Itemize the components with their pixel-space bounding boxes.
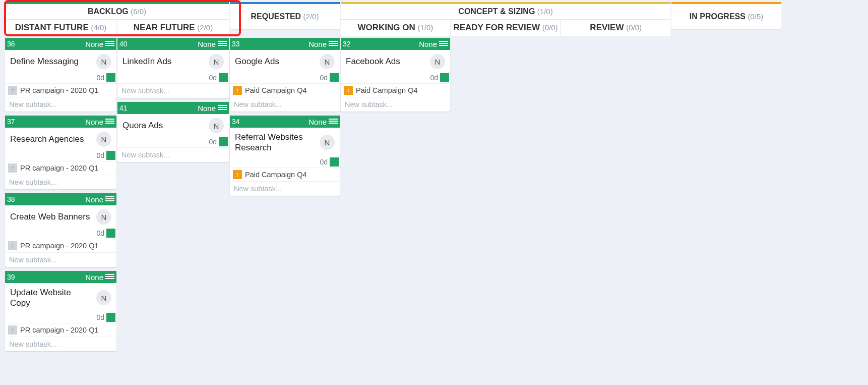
parent-title: PR campaign - 2020 Q1	[20, 326, 99, 334]
new-subtask-input[interactable]: New subtask...	[5, 252, 116, 267]
card-menu-icon[interactable]	[218, 40, 227, 48]
column-requested[interactable]: REQUESTED (2/0)	[230, 2, 340, 36]
kanban-card[interactable]: 38NoneCreate Web BannersN0d↑PR campaign …	[5, 193, 116, 267]
parent-link[interactable]: ↑PR campaign - 2020 Q1	[5, 161, 116, 175]
card-color-chip	[219, 137, 228, 146]
avatar[interactable]: N	[430, 54, 445, 69]
card-duration: 0d	[209, 138, 217, 146]
parent-link[interactable]: ↑Paid Campaign Q4	[230, 83, 340, 97]
card-menu-icon[interactable]	[439, 40, 448, 48]
new-subtask-input[interactable]: New subtask...	[5, 175, 116, 189]
card-title: Facebook Ads	[346, 56, 426, 67]
avatar[interactable]: N	[96, 132, 111, 147]
card-duration: 0d	[96, 151, 104, 159]
card-id: 39	[7, 273, 85, 281]
kanban-card[interactable]: 32NoneFacebook AdsN0d↑Paid Campaign Q4Ne…	[341, 38, 450, 112]
card-id: 41	[119, 104, 198, 112]
card-title: Update Website Copy	[10, 287, 92, 309]
card-menu-icon[interactable]	[105, 195, 114, 203]
card-color-chip	[330, 157, 339, 167]
kanban-card[interactable]: 40NoneLinkedIn AdsN0dNew subtask...	[117, 38, 229, 98]
column-backlog[interactable]: BACKLOG (6/0) DISTANT FUTURE (4/0) NEAR …	[5, 2, 229, 36]
col-title: CONCEPT & SIZING	[458, 7, 535, 16]
new-subtask-input[interactable]: New subtask...	[5, 97, 116, 112]
new-subtask-input[interactable]: New subtask...	[230, 97, 340, 112]
card-duration: 0d	[320, 158, 328, 166]
subcol-review[interactable]: REVIEW (0/0)	[561, 20, 670, 36]
card-title: LinkedIn Ads	[122, 56, 205, 67]
card-title: Research Agencies	[10, 134, 92, 144]
card-color-chip	[106, 151, 115, 160]
card-menu-icon[interactable]	[105, 273, 114, 281]
kanban-card[interactable]: 41NoneQuora AdsN0dNew subtask...	[117, 102, 229, 162]
card-color-chip	[106, 313, 115, 322]
card-title: Define Messaging	[10, 56, 92, 67]
card-tag: None	[85, 273, 103, 282]
parent-title: PR campaign - 2020 Q1	[20, 242, 99, 250]
card-color-chip	[219, 73, 228, 82]
col-title: REQUESTED	[251, 12, 301, 21]
subcol-working-on[interactable]: WORKING ON (1/0)	[341, 20, 450, 36]
parent-arrow-icon: ↑	[8, 241, 17, 250]
avatar[interactable]: N	[209, 118, 224, 133]
card-duration: 0d	[320, 74, 328, 82]
avatar[interactable]: N	[320, 54, 335, 69]
column-in-progress[interactable]: IN PROGRESS (0/5)	[671, 2, 781, 36]
card-title: Quora Ads	[122, 120, 205, 131]
avatar[interactable]: N	[96, 290, 111, 305]
card-tag: None	[198, 104, 216, 113]
subcol-distant-future[interactable]: DISTANT FUTURE (4/0)	[5, 20, 116, 36]
kanban-card[interactable]: 36NoneDefine MessagingN0d↑PR campaign - …	[5, 38, 116, 112]
card-duration: 0d	[209, 74, 217, 82]
avatar[interactable]: N	[96, 54, 111, 69]
parent-link[interactable]: ↑PR campaign - 2020 Q1	[5, 239, 116, 252]
parent-arrow-icon: ↑	[233, 86, 242, 95]
parent-link[interactable]: ↑PR campaign - 2020 Q1	[5, 323, 116, 337]
parent-link[interactable]: ↑Paid Campaign Q4	[341, 83, 450, 97]
card-menu-icon[interactable]	[105, 40, 114, 48]
parent-title: PR campaign - 2020 Q1	[20, 86, 99, 94]
kanban-card[interactable]: 34NoneReferral Websites ResearchN0d↑Paid…	[230, 116, 340, 196]
kanban-card[interactable]: 37NoneResearch AgenciesN0d↑PR campaign -…	[5, 116, 116, 189]
parent-link[interactable]: ↑Paid Campaign Q4	[230, 168, 340, 181]
card-tag: None	[85, 40, 103, 48]
kanban-card[interactable]: 39NoneUpdate Website CopyN0d↑PR campaign…	[5, 271, 116, 351]
parent-arrow-icon: ↑	[344, 86, 353, 95]
card-menu-icon[interactable]	[218, 104, 227, 112]
column-concept-sizing[interactable]: CONCEPT & SIZING (1/0) WORKING ON (1/0) …	[341, 2, 670, 36]
card-menu-icon[interactable]	[329, 118, 338, 126]
new-subtask-input[interactable]: New subtask...	[341, 97, 450, 112]
card-id: 38	[7, 195, 85, 203]
new-subtask-input[interactable]: New subtask...	[5, 337, 116, 351]
card-tag: None	[198, 40, 216, 48]
card-tag: None	[308, 118, 327, 126]
card-menu-icon[interactable]	[105, 118, 114, 126]
avatar[interactable]: N	[320, 135, 335, 150]
card-id: 36	[7, 40, 85, 48]
parent-link[interactable]: ↑PR campaign - 2020 Q1	[5, 83, 116, 97]
kanban-card[interactable]: 33NoneGoogle AdsN0d↑Paid Campaign Q4New …	[230, 38, 340, 112]
new-subtask-input[interactable]: New subtask...	[117, 83, 229, 98]
card-color-chip	[330, 73, 339, 82]
card-title: Create Web Banners	[10, 211, 92, 222]
new-subtask-input[interactable]: New subtask...	[117, 147, 229, 162]
card-color-chip	[106, 229, 115, 238]
parent-title: Paid Campaign Q4	[245, 171, 307, 179]
col-count: (6/0)	[131, 7, 146, 16]
subcol-near-future[interactable]: NEAR FUTURE (2/0)	[117, 20, 229, 36]
card-tag: None	[85, 195, 103, 204]
card-duration: 0d	[96, 74, 104, 82]
col-count: (1/0)	[537, 7, 553, 16]
card-color-chip	[106, 73, 115, 82]
card-tag: None	[419, 40, 437, 48]
col-title: BACKLOG	[88, 7, 129, 16]
card-id: 34	[232, 118, 308, 126]
new-subtask-input[interactable]: New subtask...	[230, 181, 340, 196]
avatar[interactable]: N	[209, 54, 224, 69]
card-menu-icon[interactable]	[329, 40, 338, 48]
card-duration: 0d	[430, 74, 438, 82]
subcol-ready-for-review[interactable]: READY FOR REVIEW (0/0)	[451, 20, 561, 36]
parent-arrow-icon: ↑	[233, 170, 242, 179]
parent-arrow-icon: ↑	[8, 163, 17, 173]
avatar[interactable]: N	[96, 209, 111, 225]
